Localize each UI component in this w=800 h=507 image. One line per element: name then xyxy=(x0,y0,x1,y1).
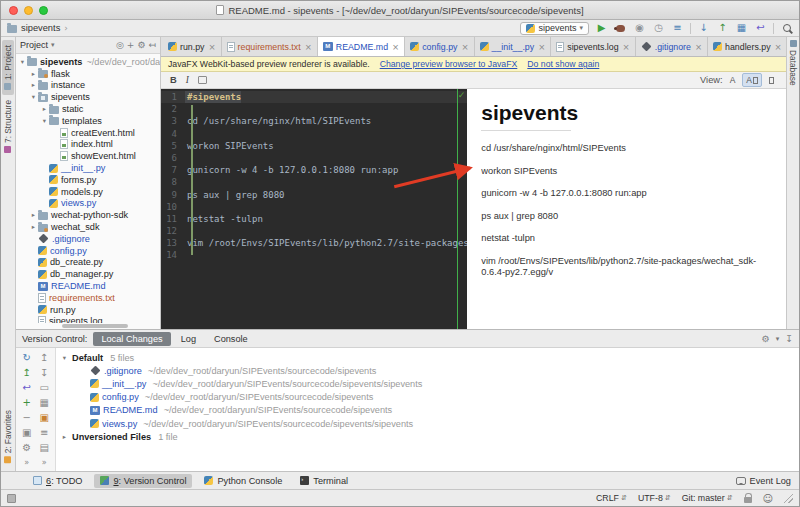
close-icon[interactable]: × xyxy=(392,42,399,52)
tool-button-project[interactable]: 1: Project xyxy=(2,40,14,95)
italic-button[interactable]: I xyxy=(186,75,189,85)
tree-right-arrow-icon[interactable]: ▸ xyxy=(40,105,49,113)
tree-item-sipevents.log[interactable]: sipevents.log xyxy=(16,316,160,323)
editor-line-12[interactable]: 12 xyxy=(161,225,467,237)
editor-line-9[interactable]: 9ps aux | grep 8080 xyxy=(161,189,467,201)
tree-item-instance[interactable]: ▸instance xyxy=(16,80,160,92)
editor-line-7[interactable]: 7gunicorn -w 4 -b 127.0.0.1:8080 run:app xyxy=(161,164,467,176)
code-editor[interactable]: 1#sipevents23cd /usr/share/nginx/html/SI… xyxy=(161,89,467,329)
tab-config.py[interactable]: config.py× xyxy=(405,37,474,56)
tree-item-db_create.py[interactable]: db_create.py xyxy=(16,257,160,269)
tree-item-__init__.py[interactable]: __init__.py xyxy=(16,162,160,174)
tool-button-structure[interactable]: 7: Structure xyxy=(2,95,14,158)
tree-item-static[interactable]: ▸static xyxy=(16,103,160,115)
tree-item-index.html[interactable]: index.html xyxy=(16,139,160,151)
preview-diff-icon[interactable]: ▤ xyxy=(36,440,54,455)
editor-line-13[interactable]: 13vim /root/Envs/SIPEvents/lib/python2.7… xyxy=(161,237,467,249)
editor-line-6[interactable]: 6 xyxy=(161,152,467,164)
editor-line-1[interactable]: 1#sipevents xyxy=(161,91,467,103)
coverage-button[interactable]: ◉ xyxy=(633,22,646,35)
delete-icon[interactable]: − xyxy=(18,410,36,425)
search-everywhere-button[interactable] xyxy=(780,22,793,35)
editor-line-5[interactable]: 5workon SIPEvents xyxy=(161,140,467,152)
editor-line-4[interactable]: 4 xyxy=(161,128,467,140)
tree-item-forms.py[interactable]: forms.py xyxy=(16,174,160,186)
hide-panel-icon[interactable]: ↤ xyxy=(148,41,156,50)
close-icon[interactable]: × xyxy=(305,42,312,52)
tab-requirements.txt[interactable]: requirements.txt× xyxy=(222,37,318,56)
code-block-icon[interactable] xyxy=(198,76,207,84)
changelist-default[interactable]: ▾Default5 files xyxy=(60,351,799,364)
view-split-button[interactable]: A xyxy=(742,73,762,87)
tool-button-database[interactable]: Database xyxy=(788,40,798,86)
tab-.gitignore[interactable]: .gitignore× xyxy=(636,37,708,56)
changed-file-views.py[interactable]: views.py~/dev/dev_root/daryun/SIPEvents/… xyxy=(60,417,799,430)
tree-item-wechat-python-sdk[interactable]: ▸wechat-python-sdk xyxy=(16,209,160,221)
highlighting-level-icon[interactable]: ☺ xyxy=(763,493,773,504)
tree-item-wechat_sdk[interactable]: ▸wechat_sdk xyxy=(16,221,160,233)
tab-__init__.py[interactable]: __init__.py× xyxy=(475,37,552,56)
tab-run.py[interactable]: run.py× xyxy=(163,37,222,56)
profiler-button[interactable]: ◷ xyxy=(652,22,665,35)
inspections-ok-icon[interactable]: ✓ xyxy=(458,90,466,100)
debug-button[interactable] xyxy=(614,22,627,35)
zoom-window-button[interactable] xyxy=(39,6,48,15)
tree-right-arrow-icon[interactable]: ▸ xyxy=(29,70,38,78)
collapse-all-icon[interactable]: + xyxy=(127,41,135,50)
toolwindow-toggle-icon[interactable] xyxy=(7,494,16,503)
breadcrumb[interactable]: sipevents › xyxy=(7,23,68,33)
markdown-preview[interactable]: sipevents cd /usr/share/nginx/html/SIPEv… xyxy=(467,89,786,329)
tree-item-creatEvent.html[interactable]: creatEvent.html xyxy=(16,127,160,139)
tree-item-db_manager.py[interactable]: db_manager.py xyxy=(16,268,160,280)
flatten-icon[interactable]: ▣ xyxy=(36,410,54,425)
tree-item-sipevents[interactable]: ▾sipevents~/dev/dev_root/daryun/SIPEvent… xyxy=(16,56,160,68)
tab-README.md[interactable]: README.md× xyxy=(318,37,405,56)
editor-line-3[interactable]: 3cd /usr/share/nginx/html/SIPEvents xyxy=(161,115,467,127)
toolwindow-button-terminal[interactable]: Terminal xyxy=(294,474,354,488)
project-hscrollbar[interactable] xyxy=(16,323,160,329)
revert-icon[interactable]: ↩ xyxy=(18,380,36,395)
tree-item-views.py[interactable]: views.py xyxy=(16,198,160,210)
revert-button[interactable]: ↩ xyxy=(754,22,767,35)
run-settings-button[interactable]: ≡ xyxy=(671,22,684,35)
tree-item-showEvent.html[interactable]: showEvent.html xyxy=(16,150,160,162)
minimize-window-button[interactable] xyxy=(24,6,33,15)
close-window-button[interactable] xyxy=(9,6,18,15)
do-not-show-again-link[interactable]: Do not show again xyxy=(527,59,599,69)
toolwindow-button-python-console[interactable]: Python Console xyxy=(198,474,288,488)
vcs-tab-Local Changes[interactable]: Local Changes xyxy=(93,332,170,346)
view-editor-only-button[interactable]: A xyxy=(727,74,739,86)
tree-item-requirements.txt[interactable]: requirements.txt xyxy=(16,292,160,304)
toolwindow-button-version-control[interactable]: 9: Version Control xyxy=(94,474,192,488)
changed-file-README.md[interactable]: README.md~/dev/dev_root/daryun/SIPEvents… xyxy=(60,404,799,417)
tree-item-README.md[interactable]: README.md xyxy=(16,280,160,292)
chevron-down-icon[interactable]: ▾ xyxy=(51,41,55,49)
tree-right-arrow-icon[interactable]: ▸ xyxy=(29,211,38,219)
tree-right-arrow-icon[interactable]: ▸ xyxy=(29,81,38,89)
tool-button-favorites[interactable]: 2: Favorites xyxy=(2,405,14,468)
vcs-tab-Log[interactable]: Log xyxy=(173,332,204,346)
encoding-widget[interactable]: UTF-8⇵ xyxy=(638,493,671,503)
close-icon[interactable]: × xyxy=(208,42,215,52)
tree-item-templates[interactable]: ▾templates xyxy=(16,115,160,127)
run-configuration-select[interactable]: sipevents ▾ xyxy=(520,22,589,35)
toolwindow-button-todo[interactable]: 6: TODO xyxy=(27,474,88,488)
copy-icon[interactable]: ▦ xyxy=(36,395,54,410)
run-button[interactable]: ▶ xyxy=(595,22,608,35)
diff-button[interactable]: ▦ xyxy=(735,22,748,35)
refresh-icon[interactable]: ↻ xyxy=(18,350,36,365)
editor-line-10[interactable]: 10 xyxy=(161,201,467,213)
tree-right-arrow-icon[interactable]: ▸ xyxy=(60,433,69,441)
scrollbar-thumb[interactable] xyxy=(62,324,128,328)
checkbox-icon[interactable]: ▣ xyxy=(18,425,36,440)
tree-down-arrow-icon[interactable]: ▾ xyxy=(18,58,27,66)
tree-item-sipevents[interactable]: ▾sipevents xyxy=(16,91,160,103)
expand-all-icon[interactable]: ↥ xyxy=(36,350,54,365)
change-preview-browser-link[interactable]: Change preview browser to JavaFX xyxy=(380,59,518,69)
readonly-lock-icon[interactable] xyxy=(744,497,752,503)
editor-line-2[interactable]: 2 xyxy=(161,103,467,115)
tree-item-config.py[interactable]: config.py xyxy=(16,245,160,257)
tree-down-arrow-icon[interactable]: ▾ xyxy=(60,354,69,362)
close-icon[interactable]: × xyxy=(461,42,468,52)
git-branch-widget[interactable]: Git: master⇵ xyxy=(682,493,733,503)
